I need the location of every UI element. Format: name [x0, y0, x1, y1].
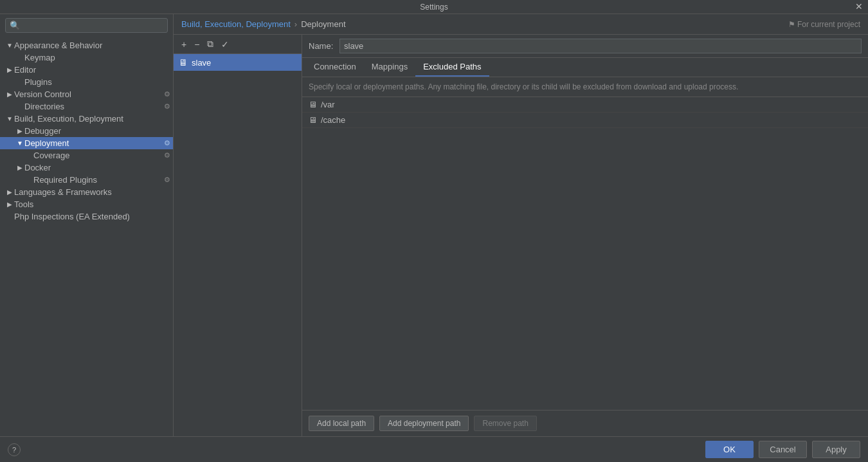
excluded-desc: Specify local or deployment paths. Any m…: [302, 77, 868, 97]
for-current-project-badge: ⚑ For current project: [788, 20, 860, 29]
sidebar-item-appearance[interactable]: ▼ Appearance & Behavior: [0, 39, 173, 51]
sidebar-item-languages[interactable]: ▶ Languages & Frameworks: [0, 186, 173, 198]
sidebar-item-label: Tools: [14, 199, 33, 209]
arrow-icon: ▼: [15, 140, 24, 147]
breadcrumb-part2: Deployment: [301, 19, 345, 29]
sidebar-item-label: Php Inspections (EA Extended): [14, 212, 130, 221]
window-title: Settings: [420, 3, 448, 12]
sidebar-item-label: Plugins: [24, 77, 52, 87]
sidebar-item-tools[interactable]: ▶ Tools: [0, 198, 173, 210]
sidebar-item-label: Keymap: [24, 53, 55, 62]
sidebar-item-debugger[interactable]: ▶ Debugger: [0, 125, 173, 137]
search-icon: 🔍: [10, 21, 20, 30]
sidebar-item-php-inspections[interactable]: Php Inspections (EA Extended): [0, 210, 173, 223]
server-item-label: slave: [192, 58, 211, 68]
arrow-icon: ▶: [15, 127, 24, 134]
sidebar-item-deployment[interactable]: ▼ Deployment ⚙: [0, 137, 173, 149]
sidebar-item-label: Directories: [24, 102, 64, 111]
sidebar-item-editor[interactable]: ▶ Editor: [0, 64, 173, 76]
help-button[interactable]: ?: [8, 443, 21, 456]
tab-connection[interactable]: Connection: [306, 58, 364, 77]
path-server-icon: 🖥: [309, 100, 317, 109]
settings-icon-sm: ⚙: [164, 102, 170, 111]
tab-mappings[interactable]: Mappings: [364, 58, 415, 77]
remove-path-button[interactable]: Remove path: [474, 416, 536, 431]
sidebar-item-build-execution[interactable]: ▼ Build, Execution, Deployment: [0, 113, 173, 125]
add-local-path-button[interactable]: Add local path: [309, 416, 374, 431]
sidebar-item-label: Debugger: [24, 126, 61, 136]
name-label: Name:: [309, 41, 334, 51]
arrow-icon: ▶: [5, 66, 14, 73]
arrow-icon: ▶: [15, 164, 24, 171]
sidebar-item-keymap[interactable]: Keymap: [0, 51, 173, 64]
name-row: Name:: [302, 35, 868, 58]
search-box[interactable]: 🔍: [5, 18, 168, 33]
content-area: Build, Execution, Deployment › Deploymen…: [174, 14, 868, 436]
path-text-cache: /cache: [321, 115, 345, 125]
bottom-actions: Add local path Add deployment path Remov…: [302, 410, 868, 436]
sidebar-item-required-plugins[interactable]: Required Plugins ⚙: [0, 174, 173, 186]
tab-excluded-paths[interactable]: Excluded Paths: [415, 58, 489, 77]
name-input[interactable]: [339, 39, 862, 53]
sidebar-item-label: Languages & Frameworks: [14, 187, 112, 197]
path-row-cache[interactable]: 🖥 /cache: [302, 113, 868, 128]
sidebar-item-coverage[interactable]: Coverage ⚙: [0, 149, 173, 162]
breadcrumb: Build, Execution, Deployment › Deploymen…: [174, 14, 868, 35]
breadcrumb-sep: ›: [294, 19, 297, 29]
sidebar: 🔍 ▼ Appearance & Behavior Keymap ▶ Edito…: [0, 14, 174, 436]
settings-icon-req: ⚙: [164, 176, 170, 184]
right-panel: Name: Connection Mappings Excluded Paths…: [302, 35, 868, 436]
sidebar-item-label: Appearance & Behavior: [14, 41, 102, 50]
arrow-icon: ▶: [5, 201, 14, 208]
sidebar-item-label: Version Control: [14, 89, 71, 99]
check-server-button[interactable]: ✓: [219, 38, 231, 51]
sidebar-item-label: Docker: [24, 163, 51, 172]
add-deployment-path-button[interactable]: Add deployment path: [379, 416, 469, 431]
sidebar-item-label: Coverage: [33, 151, 69, 160]
path-text-var: /var: [321, 100, 335, 109]
excluded-paths-panel: Specify local or deployment paths. Any m…: [302, 77, 868, 436]
settings-icon: ⚙: [164, 90, 170, 98]
add-server-button[interactable]: +: [179, 38, 189, 51]
copy-server-button[interactable]: ⧉: [204, 37, 216, 51]
sidebar-item-version-control[interactable]: ▶ Version Control ⚙: [0, 88, 173, 100]
sidebar-item-label: Build, Execution, Deployment: [14, 114, 123, 124]
title-bar: Settings ✕: [0, 0, 868, 14]
arrow-icon: ▼: [5, 115, 14, 122]
apply-button[interactable]: Apply: [812, 441, 860, 458]
arrow-icon: ▼: [5, 42, 14, 49]
close-button[interactable]: ✕: [855, 2, 863, 11]
server-icon: 🖥: [179, 57, 188, 68]
deploy-layout: + − ⧉ ✓ 🖥 slave Name:: [174, 35, 868, 436]
server-list-pane: + − ⧉ ✓ 🖥 slave: [174, 35, 302, 436]
arrow-icon: ▶: [5, 189, 14, 196]
tab-bar: Connection Mappings Excluded Paths: [302, 58, 868, 77]
sidebar-item-plugins[interactable]: Plugins: [0, 76, 173, 88]
sidebar-tree: ▼ Appearance & Behavior Keymap ▶ Editor …: [0, 37, 173, 436]
bottom-bar: ? OK Cancel Apply: [0, 436, 868, 462]
arrow-icon: ▶: [5, 91, 14, 98]
paths-table: 🖥 /var 🖥 /cache: [302, 97, 868, 410]
settings-icon-deploy: ⚙: [164, 139, 170, 147]
path-server-icon2: 🖥: [309, 115, 317, 125]
settings-icon-cov: ⚙: [164, 151, 170, 160]
ok-button[interactable]: OK: [705, 441, 754, 458]
search-input[interactable]: [23, 21, 163, 30]
server-list-item-slave[interactable]: 🖥 slave: [174, 54, 302, 71]
deployment-toolbar: + − ⧉ ✓: [174, 35, 302, 54]
cancel-button[interactable]: Cancel: [759, 441, 807, 458]
sidebar-item-label: Required Plugins: [33, 175, 97, 185]
sidebar-item-label: Editor: [14, 65, 36, 75]
sidebar-item-label: Deployment: [24, 138, 69, 148]
remove-server-button[interactable]: −: [192, 38, 202, 51]
sidebar-item-directories[interactable]: Directories ⚙: [0, 100, 173, 113]
path-row-var[interactable]: 🖥 /var: [302, 97, 868, 113]
sidebar-item-docker[interactable]: ▶ Docker: [0, 162, 173, 174]
breadcrumb-part1[interactable]: Build, Execution, Deployment: [181, 19, 291, 29]
